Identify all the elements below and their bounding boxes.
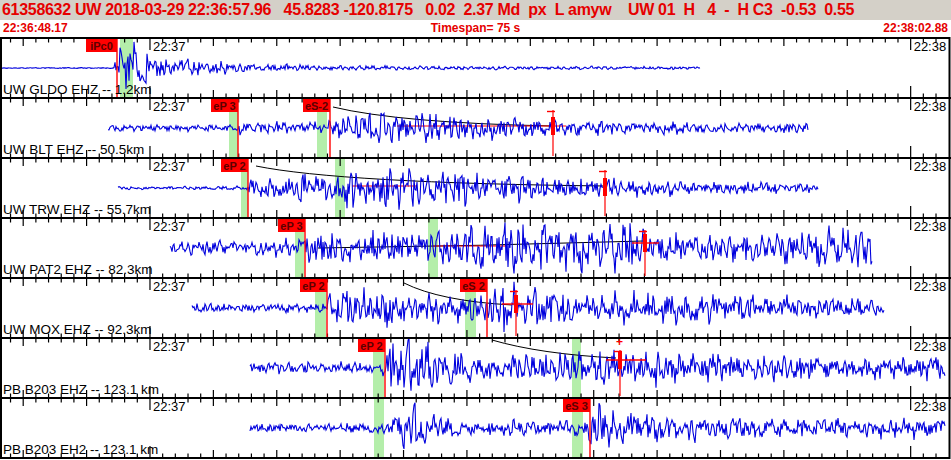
time-tick-label: 22:37 — [153, 219, 186, 234]
phase-pick-label: eP 2 — [302, 280, 324, 292]
time-tick-label: 22:37 — [153, 99, 186, 114]
timespan-label: Timespan= 75 s — [0, 20, 951, 36]
time-tick-label: 22:38 — [914, 339, 947, 354]
time-tick-label: 22:38 — [914, 159, 947, 174]
time-tick-label: 22:37 — [153, 39, 186, 54]
coda-marker-handle[interactable] — [603, 178, 607, 196]
phase-pick-label: iPc0 — [90, 40, 113, 52]
station-label: UW MOX EHZ -- 92.3km — [3, 322, 152, 337]
time-tick-label: 22:38 — [914, 99, 947, 114]
phase-pick-label: eP 3 — [213, 100, 235, 112]
phase-pick-label: eP 3 — [280, 220, 302, 232]
time-tick-label: 22:37 — [153, 339, 186, 354]
phase-pick-label: eS-2 — [305, 100, 328, 112]
time-tick-label: 22:37 — [153, 399, 186, 414]
phase-pick-label: eS 3 — [565, 400, 588, 412]
time-tick-label: 22:38 — [914, 399, 947, 414]
seismic-picker-window: 61358632 UW 2018-03-29 22:36:57.96 45.82… — [0, 0, 951, 460]
time-tick-label: 22:37 — [153, 279, 186, 294]
time-range-bar: 22:36:48.17 Timespan= 75 s 22:38:02.88 — [0, 20, 951, 37]
phase-pick-label: eP 2 — [360, 340, 382, 352]
station-label: UW GLDO EHZ -- 1.2km — [3, 82, 152, 97]
time-tick-label: 22:38 — [914, 39, 947, 54]
time-tick-label: 22:37 — [153, 159, 186, 174]
event-summary-header: 61358632 UW 2018-03-29 22:36:57.96 45.82… — [0, 0, 951, 20]
station-label: PB B203 EHZ -- 123.1 km — [3, 382, 159, 397]
seismogram-plot[interactable]: 22:3722:38iPc0UW GLDO EHZ -- 1.2km22:372… — [0, 37, 951, 460]
station-label: PB B203 EH2 -- 123.1 km — [3, 442, 158, 457]
time-tick-label: 22:38 — [914, 279, 947, 294]
time-tick-label: 22:38 — [914, 219, 947, 234]
phase-pick-label: eP 2 — [223, 160, 245, 172]
phase-pick-label: eS 2 — [462, 280, 485, 292]
station-label: UW TRW EHZ -- 55.7km — [3, 202, 151, 217]
coda-marker-handle[interactable] — [551, 117, 555, 135]
station-label: UW PAT2 EHZ -- 82.3km — [3, 262, 153, 277]
station-label: UW BLT EHZ -- 50.5km — [3, 142, 144, 157]
